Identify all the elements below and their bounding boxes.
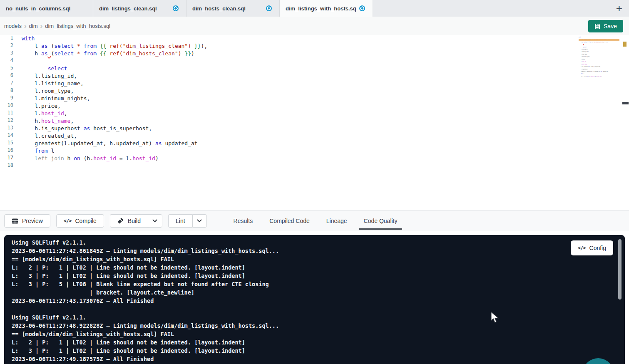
chevron-down-icon bbox=[197, 219, 202, 223]
unsaved-changes-icon bbox=[359, 5, 365, 11]
line-number: 18 bbox=[0, 162, 19, 170]
code-token: ( bbox=[48, 43, 55, 49]
code-line[interactable]: l.minimum_nights, bbox=[19, 95, 574, 102]
code-token: = l. bbox=[116, 155, 132, 161]
action-bar: Preview </> Compile Build Lint bbox=[0, 210, 629, 231]
code-line[interactable]: h as (select * from {{ ref("dim_hosts_cl… bbox=[19, 50, 574, 57]
terminal-line: L: 3 | P: 5 | LT08 | Blank line expected… bbox=[12, 280, 625, 288]
code-token: with bbox=[579, 37, 581, 38]
code-token: l bbox=[48, 148, 55, 154]
editor-code[interactable]: with l as (select * from {{ ref("dim_lis… bbox=[19, 35, 574, 170]
file-tab-dim_listings_with_hosts.sql[interactable]: dim_listings_with_hosts.sql bbox=[280, 0, 373, 17]
terminal-line: 2023-06-06T11:27:48.922828Z — Linting mo… bbox=[12, 322, 625, 330]
save-button-label: Save bbox=[604, 23, 617, 30]
tab-lineage[interactable]: Lineage bbox=[326, 210, 348, 231]
code-line[interactable]: greatest(l.updated_at, h.updated_at) as … bbox=[19, 140, 574, 147]
breadcrumb-item[interactable]: dim bbox=[29, 23, 38, 29]
terminal-scrollbar[interactable] bbox=[618, 239, 622, 300]
code-token: * bbox=[77, 50, 80, 57]
code-line[interactable]: with bbox=[19, 35, 574, 42]
lint-dropdown-button[interactable] bbox=[192, 214, 207, 228]
config-button-label: Config bbox=[589, 245, 606, 251]
code-line[interactable]: l.price, bbox=[19, 102, 574, 110]
tab-code-quality[interactable]: Code Quality bbox=[363, 210, 398, 231]
tab-results[interactable]: Results bbox=[233, 210, 254, 231]
code-editor[interactable]: 123456789101112131415161718 with l as (s… bbox=[0, 35, 629, 210]
code-token: {{ bbox=[100, 50, 107, 57]
code-token: host_id bbox=[591, 76, 594, 77]
build-button[interactable]: Build bbox=[110, 214, 148, 228]
code-token: left join bbox=[581, 76, 586, 77]
code-token bbox=[97, 50, 100, 57]
code-token: ) bbox=[191, 50, 194, 57]
code-token: host_id bbox=[132, 155, 155, 161]
build-dropdown-button[interactable] bbox=[148, 214, 162, 228]
code-token: ref("dim_hosts_clean") bbox=[109, 50, 181, 57]
code-token: l.created_at, bbox=[22, 133, 77, 139]
code-line[interactable] bbox=[19, 57, 574, 65]
breadcrumb-separator-icon: › bbox=[40, 22, 43, 30]
code-token: }} bbox=[184, 50, 191, 57]
hammer-icon bbox=[117, 218, 124, 224]
code-line[interactable]: h.is_superhost as host_is_superhost, bbox=[19, 125, 574, 132]
code-token bbox=[579, 47, 583, 48]
file-tab-label: no_nulls_in_columns.sql bbox=[6, 5, 70, 12]
minimap-line bbox=[579, 78, 619, 81]
file-tab-label: dim_listings_with_hosts.sql bbox=[286, 5, 356, 12]
code-line[interactable]: from l bbox=[19, 147, 574, 155]
code-line[interactable]: select bbox=[19, 65, 574, 72]
compile-button[interactable]: </> Compile bbox=[56, 214, 104, 228]
code-token: ) bbox=[155, 155, 159, 161]
config-button[interactable]: </> Config bbox=[571, 240, 613, 255]
lint-button[interactable]: Lint bbox=[168, 214, 192, 228]
code-line[interactable]: left join h on (h.host_id = l.host_id) bbox=[19, 155, 574, 162]
save-button[interactable]: Save bbox=[588, 20, 623, 32]
terminal-line: L: 2 | P: 1 | LT02 | Line should not be … bbox=[12, 338, 625, 347]
code-token: h bbox=[64, 155, 74, 161]
lint-button-group: Lint bbox=[168, 214, 207, 228]
code-token: l.listing_id, bbox=[579, 49, 588, 50]
code-token: select bbox=[54, 50, 74, 57]
line-number: 12 bbox=[0, 117, 19, 125]
line-number: 9 bbox=[0, 95, 19, 102]
tab-compiled-code[interactable]: Compiled Code bbox=[269, 210, 311, 231]
unsaved-changes-icon bbox=[266, 5, 272, 11]
line-number: 13 bbox=[0, 125, 19, 132]
breadcrumb-item[interactable]: models bbox=[4, 23, 22, 29]
line-number: 7 bbox=[0, 80, 19, 87]
code-token: l bbox=[583, 73, 584, 74]
line-number: 16 bbox=[0, 147, 19, 155]
code-line[interactable]: l.host_id, bbox=[19, 110, 574, 117]
tab-bar: no_nulls_in_columns.sqldim_listings_clea… bbox=[0, 0, 629, 17]
code-line[interactable]: l.listing_name, bbox=[19, 80, 574, 87]
lint-output-terminal[interactable]: Using SQLFluff v2.1.1.2023-06-06T11:27:4… bbox=[4, 235, 625, 364]
code-token bbox=[22, 155, 35, 161]
file-tab-dim_hosts_clean.sql[interactable]: dim_hosts_clean.sql bbox=[186, 0, 280, 17]
code-token bbox=[97, 43, 100, 49]
code-token: select bbox=[584, 42, 587, 43]
lint-button-label: Lint bbox=[176, 218, 185, 224]
code-token: (h. bbox=[80, 155, 93, 161]
code-token bbox=[80, 43, 84, 49]
code-line[interactable] bbox=[19, 162, 574, 170]
code-line[interactable]: l.created_at, bbox=[19, 132, 574, 140]
code-token: l.minimum_nights, bbox=[22, 95, 90, 102]
code-line[interactable]: l as (select * from {{ ref("dim_listings… bbox=[19, 42, 574, 50]
file-tab-no_nulls_in_columns.sql[interactable]: no_nulls_in_columns.sql bbox=[0, 0, 93, 17]
code-token: greatest(l.updated_at, h.updated_at) bbox=[22, 140, 155, 146]
code-token bbox=[191, 43, 194, 49]
code-token: host_name bbox=[41, 118, 70, 124]
new-tab-button[interactable]: + bbox=[616, 3, 622, 14]
file-tab-dim_listings_clean.sql[interactable]: dim_listings_clean.sql bbox=[93, 0, 186, 17]
code-line[interactable]: l.room_type, bbox=[19, 87, 574, 95]
preview-button[interactable]: Preview bbox=[4, 214, 50, 228]
code-line[interactable]: h.host_name, bbox=[19, 117, 574, 125]
terminal-line: | bracket. [layout.cte_newline] bbox=[12, 288, 625, 297]
minimap[interactable]: with l as (select * from {{ ref("dim_lis… bbox=[579, 37, 619, 81]
code-token: l. bbox=[579, 61, 582, 62]
breadcrumb-item[interactable]: dim_listings_with_hosts.sql bbox=[45, 23, 110, 29]
code-token: host_name bbox=[582, 64, 587, 65]
code-line[interactable]: l.listing_id, bbox=[19, 72, 574, 80]
code-token: l bbox=[22, 43, 41, 49]
code-token bbox=[74, 50, 77, 57]
